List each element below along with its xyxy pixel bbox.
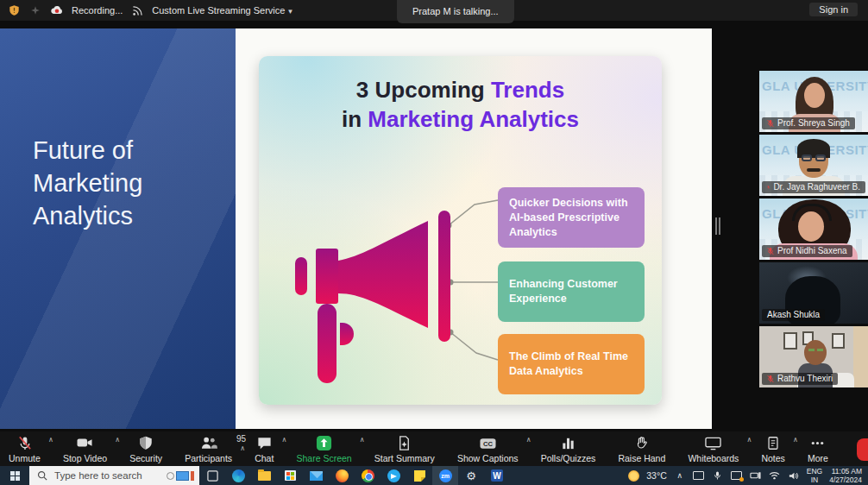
security-button[interactable]: Security [129, 435, 162, 463]
chevron-up-icon[interactable]: ∧ [360, 436, 365, 444]
panel-resize-handle[interactable] [715, 217, 720, 235]
language-indicator[interactable]: ENGIN [807, 467, 822, 484]
weather-sun-icon[interactable] [628, 470, 639, 482]
unmute-button[interactable]: ∧ Unmute [9, 435, 41, 463]
more-button[interactable]: More [808, 435, 828, 463]
chrome-icon [362, 469, 374, 482]
slide-sidebar: Future of Marketing Analytics [0, 28, 236, 429]
chevron-up-icon[interactable]: ∧ [115, 436, 120, 444]
slide-card: 3 Upcoming Trends in Marketing Analytics [259, 56, 662, 405]
zoom-app-icon: zm [439, 469, 452, 482]
stop-video-button[interactable]: ∧ Stop Video [63, 435, 107, 463]
participant-name-label: Akash Shukla [762, 309, 825, 321]
participant-strip: GLA UNIVERSITY Prof. Shreya Singh GLA UN… [759, 71, 868, 390]
chevron-up-icon[interactable]: ∧ [526, 436, 531, 444]
hidden-icons-chevron[interactable]: ∧ [674, 469, 686, 482]
chevron-up-icon[interactable]: ∧ [282, 436, 287, 444]
slide-sidebar-title: Future of Marketing Analytics [33, 134, 142, 232]
trend-box-ai-analytics: Quicker Decisions with AI-based Prescrip… [498, 187, 645, 248]
share-screen-icon [316, 435, 332, 451]
chevron-up-icon[interactable]: ∧ [793, 436, 798, 444]
participants-icon [199, 435, 218, 451]
store-icon [285, 470, 296, 481]
ai-companion-sparkle-icon[interactable] [28, 3, 42, 17]
task-view-icon [207, 470, 218, 482]
video-tile-nidhi-saxena[interactable]: GLA UNIVERSITY Prof Nidhi Saxena [759, 198, 868, 260]
polls-quizzes-button[interactable]: Polls/Quizzes [541, 435, 596, 463]
taskbar-search-input[interactable]: Type here to search [29, 466, 199, 485]
bar-chart-icon [560, 435, 576, 451]
chevron-up-icon[interactable]: ∧ [48, 436, 53, 444]
notes-icon [765, 435, 781, 451]
wifi-icon[interactable] [769, 469, 781, 482]
task-view-button[interactable] [199, 466, 225, 485]
meeting-topbar: Recording... Custom Live Streaming Servi… [0, 0, 868, 21]
picture-frame [832, 333, 845, 349]
video-tile-rathvu-thexiri[interactable]: Rathvu Thexiri [759, 326, 868, 387]
folder-icon [258, 471, 271, 481]
tray-monitor-icon[interactable] [693, 469, 705, 482]
streaming-service-label[interactable]: Custom Live Streaming Service▼ [152, 5, 293, 16]
mic-muted-icon [16, 435, 33, 451]
start-summary-button[interactable]: Start Summary [374, 435, 435, 463]
participants-count: 95 [236, 434, 246, 444]
encryption-shield-icon[interactable] [7, 3, 21, 17]
shield-icon [138, 435, 154, 451]
trend-box-customer-experience: Enhancing Customer Experience [498, 261, 645, 322]
search-box-illustration [167, 471, 194, 481]
end-meeting-button[interactable] [857, 438, 868, 461]
video-tile-shreya-singh[interactable]: GLA UNIVERSITY Prof. Shreya Singh [759, 71, 868, 132]
taskbar-chrome[interactable] [355, 466, 381, 485]
shared-screen-slide: Future of Marketing Analytics 3 Upcoming… [0, 28, 712, 429]
participant-name-label: Prof. Shreya Singh [762, 117, 855, 129]
tray-device-icon[interactable] [750, 469, 762, 482]
taskbar-word[interactable]: W [484, 466, 510, 485]
cc-icon: CC [479, 435, 497, 451]
mic-muted-icon [767, 247, 774, 255]
taskbar-edge[interactable] [225, 466, 251, 485]
taskbar-telegram[interactable] [381, 466, 406, 485]
participants-button[interactable]: 95 ∧ Participants [185, 435, 232, 463]
mic-muted-icon [767, 375, 774, 383]
taskbar-file-explorer[interactable] [251, 466, 277, 485]
share-screen-button[interactable]: ∧ Share Screen [296, 435, 351, 463]
windows-taskbar: Type here to search zm ⚙ W 33°C ∧ [0, 466, 868, 485]
trend-box-realtime-data: The Climb of Real Time Data Analytics [498, 334, 645, 394]
search-placeholder: Type here to search [54, 470, 142, 481]
camera-icon [76, 435, 93, 451]
raise-hand-button[interactable]: Raise Hand [618, 435, 665, 463]
taskbar-store[interactable] [277, 466, 303, 485]
chat-button[interactable]: ∧ Chat [255, 435, 274, 463]
gear-icon: ⚙ [466, 469, 476, 482]
chevron-up-icon[interactable]: ∧ [746, 436, 752, 444]
active-speaker-toast: Pratap M is talking... [397, 0, 514, 23]
sign-in-button[interactable]: Sign in [809, 3, 858, 16]
taskbar-clock[interactable]: 11:05 AM4/27/2024 [829, 467, 865, 484]
tray-mic-icon[interactable] [712, 469, 724, 482]
avatar [804, 340, 827, 365]
participant-name-label: Rathvu Thexiri [762, 373, 838, 385]
system-tray: 33°C ∧ ENGIN 11:05 AM4/27/2024 [628, 467, 868, 484]
taskbar-zoom-active[interactable]: zm [432, 466, 458, 485]
volume-icon[interactable] [788, 469, 800, 482]
windows-logo-icon [10, 471, 20, 481]
tray-screenshare-icon[interactable] [731, 469, 743, 482]
weather-temperature[interactable]: 33°C [646, 470, 666, 481]
notes-button[interactable]: ∧ Notes [761, 435, 784, 463]
telegram-icon [387, 469, 400, 482]
search-icon [37, 470, 47, 481]
mail-icon [310, 471, 323, 481]
live-stream-icon [130, 3, 144, 17]
taskbar-firefox[interactable] [329, 466, 355, 485]
show-captions-button[interactable]: CC ∧ Show Captions [457, 435, 519, 463]
taskbar-sticky-notes[interactable] [406, 466, 432, 485]
chevron-up-icon[interactable]: ∧ [240, 444, 245, 452]
taskbar-mail[interactable] [303, 466, 329, 485]
video-tile-akash-shukla[interactable]: Akash Shukla [759, 262, 868, 324]
whiteboards-button[interactable]: ∧ Whiteboards [688, 435, 739, 463]
picture-frame [783, 332, 797, 350]
taskbar-settings[interactable]: ⚙ [458, 466, 484, 485]
video-tile-jaya-raghuveer[interactable]: GLA UNIVERSITY Dr. Jaya Raghuveer B. [759, 135, 868, 196]
start-button[interactable] [0, 466, 29, 485]
edge-icon [232, 469, 245, 482]
